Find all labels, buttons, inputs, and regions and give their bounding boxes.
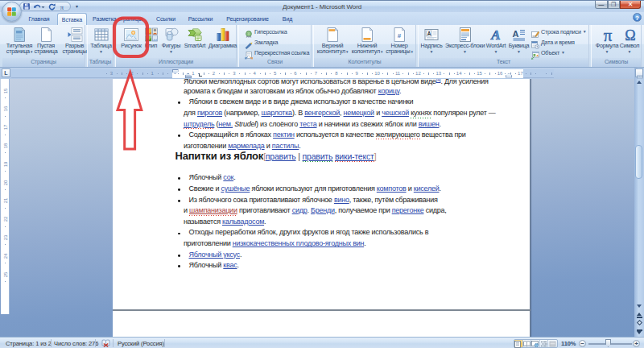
symbol-button[interactable]: Ω Символ ▼: [618, 26, 641, 54]
tab-3[interactable]: Разметка страницы: [90, 13, 145, 25]
equation-icon[interactable]: π: [59, 3, 65, 10]
minimize-button[interactable]: —: [595, 1, 608, 9]
document-link[interactable]: Бренди: [311, 206, 335, 214]
scrollbar-thumb[interactable]: [635, 145, 642, 179]
shapes-button[interactable]: Фигуры ▼: [159, 26, 183, 54]
date-time-button[interactable]: Дата и время: [531, 38, 575, 47]
tab-4[interactable]: Ссылки: [151, 13, 180, 25]
document-link[interactable]: мармелада: [228, 142, 264, 150]
document-link[interactable]: теста: [299, 120, 316, 128]
tab-1[interactable]: Главная: [24, 13, 54, 25]
textbox-button[interactable]: A Надпись ▼: [419, 26, 444, 54]
wordart-button[interactable]: A WordArt ▼: [484, 26, 508, 54]
page-number-button[interactable]: # Номер страницы: [382, 26, 416, 54]
document-link[interactable]: низкокачественных плодово-ягодных вин: [233, 239, 364, 247]
page-break-button[interactable]: Разрыв страницы: [62, 26, 87, 54]
document-link[interactable]: вино: [334, 196, 349, 204]
document-link[interactable]: сидр: [292, 206, 308, 214]
view-button-5[interactable]: [548, 340, 557, 348]
zoom-level[interactable]: 110%: [561, 340, 576, 347]
document-link[interactable]: пирогов: [197, 109, 222, 117]
ruler-number: 18: [3, 143, 8, 148]
smartart-button[interactable]: SmartArt: [183, 26, 207, 49]
view-button-1[interactable]: [514, 340, 523, 348]
text-line: аромата к блюдам и заготовкам из яблок о…: [184, 86, 401, 97]
document-link[interactable]: квас: [223, 261, 237, 269]
document-link[interactable]: чешской: [382, 109, 409, 117]
document-link[interactable]: немецкой: [344, 109, 374, 117]
text-line: Яблочный уксус.: [189, 250, 242, 260]
bookmark-button[interactable]: Закладка: [245, 38, 278, 47]
picture-button[interactable]: Рисунок: [118, 26, 144, 49]
next-page-button[interactable]: [634, 329, 644, 334]
document-link[interactable]: компотов: [377, 184, 407, 193]
document-link[interactable]: штрудель: [184, 120, 214, 130]
browse-object-button[interactable]: [634, 321, 644, 325]
header-icon: [324, 27, 341, 43]
document-link[interactable]: пектин: [273, 130, 295, 139]
tab-selector[interactable]: L: [2, 68, 10, 77]
redo-icon[interactable]: [48, 3, 56, 10]
document-link[interactable]: вики-текст: [335, 151, 374, 163]
signature-line-button[interactable]: Строка подписи ▼: [531, 27, 587, 36]
header-button[interactable]: Верхний колонтитул: [316, 26, 349, 54]
left-indent-marker[interactable]: [185, 76, 192, 78]
maximize-button[interactable]: ❐: [608, 1, 621, 9]
scroll-down-arrow[interactable]: [637, 304, 642, 308]
zoom-slider-thumb[interactable]: [605, 339, 611, 347]
crossref-button[interactable]: Перекрестная ссылка: [245, 48, 309, 57]
previous-page-button[interactable]: [634, 313, 644, 319]
document-link[interactable]: пастилы: [272, 142, 299, 150]
table-button[interactable]: Таблица ▼: [88, 26, 114, 54]
text-line: Яблочный квас.: [189, 260, 239, 271]
language-indicator[interactable]: Русский (Россия): [118, 340, 164, 347]
document-link[interactable]: киселей: [414, 184, 440, 193]
document-link[interactable]: шарлотка: [262, 109, 292, 117]
document-link[interactable]: венгерской: [304, 109, 340, 117]
document-page[interactable]: Яблоки мелкоплодных сортов могут использ…: [113, 79, 530, 337]
document-link[interactable]: нем.: [218, 120, 233, 128]
save-icon[interactable]: [23, 3, 30, 10]
view-button-2[interactable]: [523, 340, 532, 348]
view-button-icon: [540, 341, 547, 348]
view-button-3[interactable]: [531, 340, 540, 348]
word-count[interactable]: Число слов: 276: [54, 340, 98, 347]
document-link[interactable]: Яблочный уксус: [189, 251, 241, 259]
vertical-ruler[interactable]: 1516171819202122232425: [1, 79, 10, 314]
tab-2[interactable]: Вставка: [57, 13, 87, 25]
hyperlink-button[interactable]: Гиперссылка: [245, 27, 287, 36]
dropcap-button[interactable]: A Буквица ▼: [508, 26, 530, 54]
help-button[interactable]: ?: [633, 13, 642, 22]
zoom-out-button[interactable]: −: [579, 340, 586, 347]
ruler-toggle-button[interactable]: [635, 68, 643, 77]
scrollbar-track[interactable]: [635, 79, 643, 301]
object-button[interactable]: Объект ▼: [531, 48, 565, 57]
page-number-icon: #: [391, 27, 407, 43]
tab-7[interactable]: Вид: [278, 13, 297, 25]
document-link[interactable]: сушёные: [221, 184, 250, 193]
footer-button[interactable]: Нижний колонтитул: [350, 26, 384, 54]
view-button-4[interactable]: [540, 340, 549, 348]
document-link[interactable]: кальвадосом: [222, 218, 264, 226]
document-link[interactable]: корицу: [378, 87, 399, 95]
vertical-scrollbar[interactable]: [634, 68, 644, 337]
chart-button[interactable]: Диаграмма: [208, 26, 237, 49]
formula-button[interactable]: π Формула ▼: [594, 26, 620, 54]
document-link[interactable]: править: [266, 151, 296, 161]
close-button[interactable]: ✕: [620, 1, 641, 9]
document-link[interactable]: править: [303, 151, 333, 163]
proofing-status-icon[interactable]: [101, 339, 110, 348]
tab-6[interactable]: Рецензирование: [222, 13, 273, 25]
undo-button[interactable]: [33, 3, 45, 10]
page-indicator[interactable]: Страница: 1 из 2: [6, 340, 52, 347]
tab-5[interactable]: Рассылки: [184, 13, 217, 25]
office-button[interactable]: [2, 2, 22, 22]
document-link[interactable]: вишен: [419, 120, 440, 128]
document-link[interactable]: перегонке: [392, 206, 424, 214]
zoom-in-button[interactable]: +: [633, 340, 640, 347]
blank-page-button[interactable]: Пустая страница: [31, 26, 60, 54]
clipart-button[interactable]: Клип: [142, 26, 160, 49]
document-link[interactable]: сок: [223, 173, 233, 181]
horizontal-ruler[interactable]: 3211234567891011121314151617: [11, 69, 554, 78]
quickparts-button[interactable]: Экспресс-блоки ▼: [445, 26, 485, 54]
